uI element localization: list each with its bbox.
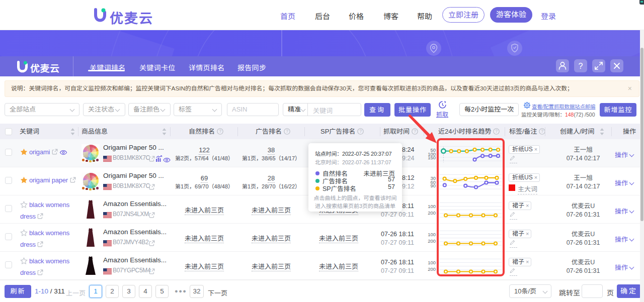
svg-text:150: 150	[428, 155, 436, 160]
svg-text:100: 100	[428, 232, 436, 237]
svg-text:?: ?	[219, 129, 221, 134]
svg-text:?: ?	[541, 129, 543, 134]
svg-text:100: 100	[428, 260, 436, 265]
svg-text:?: ?	[495, 129, 498, 134]
svg-text:100: 100	[428, 204, 436, 209]
svg-text:200: 200	[428, 238, 436, 244]
svg-text:90: 90	[430, 183, 436, 188]
svg-text:?: ?	[359, 129, 362, 134]
svg-text:200: 200	[428, 266, 436, 272]
svg-text:200: 200	[428, 210, 436, 216]
svg-text:?: ?	[579, 62, 583, 70]
svg-text:?: ?	[286, 129, 288, 134]
